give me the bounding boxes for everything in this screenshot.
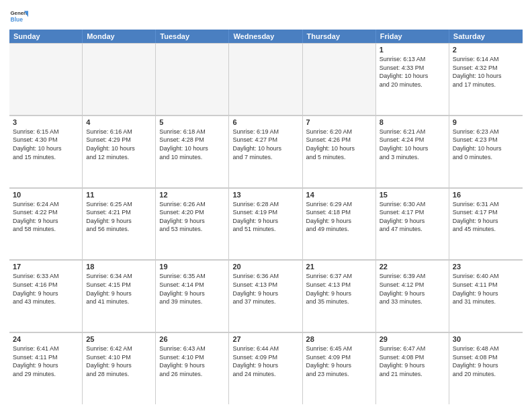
day-info: Sunrise: 6:23 AM Sunset: 4:23 PM Dayligh… (453, 128, 519, 161)
day-number: 4 (86, 118, 152, 126)
day-number: 23 (453, 263, 519, 271)
day-info: Sunrise: 6:47 AM Sunset: 4:08 PM Dayligh… (380, 345, 445, 378)
day-cell-9: 9Sunrise: 6:23 AM Sunset: 4:23 PM Daylig… (449, 116, 523, 187)
day-number: 20 (232, 263, 298, 271)
calendar-row-1: 3Sunrise: 6:15 AM Sunset: 4:30 PM Daylig… (9, 116, 523, 188)
day-cell-23: 23Sunrise: 6:40 AM Sunset: 4:11 PM Dayli… (449, 261, 523, 332)
day-number: 9 (453, 118, 519, 126)
day-number: 24 (13, 335, 79, 343)
day-number: 17 (13, 263, 79, 271)
day-cell-12: 12Sunrise: 6:26 AM Sunset: 4:20 PM Dayli… (156, 189, 229, 260)
day-cell-21: 21Sunrise: 6:37 AM Sunset: 4:13 PM Dayli… (303, 261, 376, 332)
day-cell-19: 19Sunrise: 6:35 AM Sunset: 4:14 PM Dayli… (156, 261, 229, 332)
day-cell-empty-0-2 (156, 44, 229, 115)
day-number: 12 (159, 191, 225, 199)
day-number: 3 (13, 118, 79, 126)
day-number: 13 (232, 191, 298, 199)
day-cell-2: 2Sunrise: 6:14 AM Sunset: 4:32 PM Daylig… (449, 44, 523, 115)
day-info: Sunrise: 6:13 AM Sunset: 4:33 PM Dayligh… (380, 55, 445, 89)
day-info: Sunrise: 6:39 AM Sunset: 4:12 PM Dayligh… (380, 272, 445, 306)
day-info: Sunrise: 6:48 AM Sunset: 4:08 PM Dayligh… (453, 345, 519, 378)
day-cell-28: 28Sunrise: 6:45 AM Sunset: 4:09 PM Dayli… (303, 333, 376, 404)
day-info: Sunrise: 6:29 AM Sunset: 4:18 PM Dayligh… (306, 200, 372, 234)
day-cell-8: 8Sunrise: 6:21 AM Sunset: 4:24 PM Daylig… (376, 116, 449, 187)
day-cell-5: 5Sunrise: 6:18 AM Sunset: 4:28 PM Daylig… (156, 116, 229, 187)
day-info: Sunrise: 6:34 AM Sunset: 4:15 PM Dayligh… (86, 272, 152, 306)
day-info: Sunrise: 6:24 AM Sunset: 4:22 PM Dayligh… (13, 200, 79, 234)
header: General Blue (9, 7, 523, 26)
day-info: Sunrise: 6:37 AM Sunset: 4:13 PM Dayligh… (306, 272, 372, 306)
day-cell-11: 11Sunrise: 6:25 AM Sunset: 4:21 PM Dayli… (83, 189, 156, 260)
day-number: 1 (380, 46, 445, 54)
day-number: 2 (453, 46, 519, 54)
weekday-header-thursday: Thursday (303, 30, 376, 43)
day-info: Sunrise: 6:35 AM Sunset: 4:14 PM Dayligh… (159, 272, 225, 306)
day-number: 11 (86, 191, 152, 199)
day-number: 28 (306, 335, 372, 343)
page: General Blue SundayMondayTuesdayWednesda… (0, 0, 532, 411)
day-cell-20: 20Sunrise: 6:36 AM Sunset: 4:13 PM Dayli… (229, 261, 302, 332)
day-info: Sunrise: 6:18 AM Sunset: 4:28 PM Dayligh… (159, 128, 225, 161)
day-cell-empty-0-4 (303, 44, 376, 115)
day-info: Sunrise: 6:31 AM Sunset: 4:17 PM Dayligh… (453, 200, 519, 234)
calendar: SundayMondayTuesdayWednesdayThursdayFrid… (9, 30, 523, 404)
day-info: Sunrise: 6:15 AM Sunset: 4:30 PM Dayligh… (13, 128, 79, 161)
day-number: 8 (380, 118, 445, 126)
day-info: Sunrise: 6:30 AM Sunset: 4:17 PM Dayligh… (380, 200, 445, 234)
day-cell-14: 14Sunrise: 6:29 AM Sunset: 4:18 PM Dayli… (303, 189, 376, 260)
day-number: 29 (380, 335, 445, 343)
day-info: Sunrise: 6:44 AM Sunset: 4:09 PM Dayligh… (232, 345, 298, 378)
day-number: 14 (306, 191, 372, 199)
day-info: Sunrise: 6:42 AM Sunset: 4:10 PM Dayligh… (86, 345, 152, 378)
calendar-row-2: 10Sunrise: 6:24 AM Sunset: 4:22 PM Dayli… (9, 188, 523, 261)
day-cell-22: 22Sunrise: 6:39 AM Sunset: 4:12 PM Dayli… (376, 261, 449, 332)
day-number: 6 (232, 118, 298, 126)
calendar-row-3: 17Sunrise: 6:33 AM Sunset: 4:16 PM Dayli… (9, 260, 523, 332)
day-cell-24: 24Sunrise: 6:41 AM Sunset: 4:11 PM Dayli… (9, 333, 83, 404)
day-number: 25 (86, 335, 152, 343)
day-cell-17: 17Sunrise: 6:33 AM Sunset: 4:16 PM Dayli… (9, 261, 83, 332)
logo-icon: General Blue (9, 7, 28, 26)
day-cell-13: 13Sunrise: 6:28 AM Sunset: 4:19 PM Dayli… (229, 189, 302, 260)
calendar-header: SundayMondayTuesdayWednesdayThursdayFrid… (9, 30, 523, 43)
calendar-row-4: 24Sunrise: 6:41 AM Sunset: 4:11 PM Dayli… (9, 332, 523, 404)
day-number: 19 (159, 263, 225, 271)
day-info: Sunrise: 6:25 AM Sunset: 4:21 PM Dayligh… (86, 200, 152, 234)
day-info: Sunrise: 6:36 AM Sunset: 4:13 PM Dayligh… (232, 272, 298, 306)
weekday-header-tuesday: Tuesday (156, 30, 229, 43)
weekday-header-saturday: Saturday (449, 30, 523, 43)
day-info: Sunrise: 6:20 AM Sunset: 4:26 PM Dayligh… (306, 128, 372, 161)
svg-text:Blue: Blue (11, 16, 24, 23)
day-info: Sunrise: 6:28 AM Sunset: 4:19 PM Dayligh… (232, 200, 298, 234)
weekday-header-wednesday: Wednesday (229, 30, 302, 43)
day-number: 30 (453, 335, 519, 343)
day-info: Sunrise: 6:26 AM Sunset: 4:20 PM Dayligh… (159, 200, 225, 234)
day-cell-16: 16Sunrise: 6:31 AM Sunset: 4:17 PM Dayli… (449, 189, 523, 260)
day-cell-4: 4Sunrise: 6:16 AM Sunset: 4:29 PM Daylig… (83, 116, 156, 187)
day-cell-26: 26Sunrise: 6:43 AM Sunset: 4:10 PM Dayli… (156, 333, 229, 404)
weekday-header-monday: Monday (83, 30, 156, 43)
day-cell-empty-0-3 (229, 44, 302, 115)
day-cell-10: 10Sunrise: 6:24 AM Sunset: 4:22 PM Dayli… (9, 189, 83, 260)
day-number: 21 (306, 263, 372, 271)
weekday-header-friday: Friday (376, 30, 449, 43)
day-number: 26 (159, 335, 225, 343)
day-cell-empty-0-1 (83, 44, 156, 115)
day-cell-1: 1Sunrise: 6:13 AM Sunset: 4:33 PM Daylig… (376, 44, 449, 115)
day-info: Sunrise: 6:43 AM Sunset: 4:10 PM Dayligh… (159, 345, 225, 378)
day-info: Sunrise: 6:40 AM Sunset: 4:11 PM Dayligh… (453, 272, 519, 306)
day-info: Sunrise: 6:45 AM Sunset: 4:09 PM Dayligh… (306, 345, 372, 378)
day-number: 5 (159, 118, 225, 126)
day-cell-3: 3Sunrise: 6:15 AM Sunset: 4:30 PM Daylig… (9, 116, 83, 187)
day-number: 22 (380, 263, 445, 271)
day-number: 16 (453, 191, 519, 199)
calendar-row-0: 1Sunrise: 6:13 AM Sunset: 4:33 PM Daylig… (9, 43, 523, 116)
day-number: 15 (380, 191, 445, 199)
day-cell-6: 6Sunrise: 6:19 AM Sunset: 4:27 PM Daylig… (229, 116, 302, 187)
day-number: 7 (306, 118, 372, 126)
day-cell-18: 18Sunrise: 6:34 AM Sunset: 4:15 PM Dayli… (83, 261, 156, 332)
day-number: 10 (13, 191, 79, 199)
day-cell-25: 25Sunrise: 6:42 AM Sunset: 4:10 PM Dayli… (83, 333, 156, 404)
day-info: Sunrise: 6:21 AM Sunset: 4:24 PM Dayligh… (380, 128, 445, 161)
day-cell-30: 30Sunrise: 6:48 AM Sunset: 4:08 PM Dayli… (449, 333, 523, 404)
